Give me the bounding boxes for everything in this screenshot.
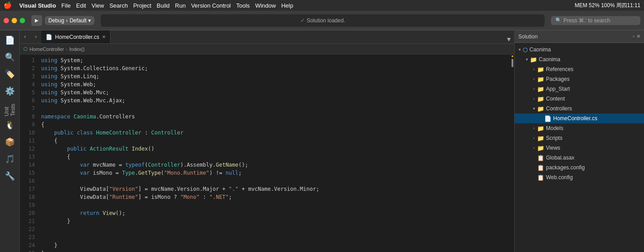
traffic-light-yellow[interactable]	[12, 18, 17, 23]
solution-tree: ▾ ⬡ Caonima ▾ 📁 Caonima › 📁 References	[515, 43, 644, 252]
breadcrumb: ⬡ HomeController › Index()	[20, 44, 514, 55]
breadcrumb-icon: ⬡	[23, 46, 28, 52]
menu-view[interactable]: View	[91, 2, 104, 9]
tree-packages[interactable]: › 📁 Packages	[515, 74, 644, 84]
tree-global-asax[interactable]: 📋 Global.asax	[515, 153, 644, 163]
tab-nav-prev[interactable]: ‹	[20, 30, 30, 43]
menu-edit[interactable]: Edit	[76, 2, 86, 9]
solution-header: Solution ▫ ✕	[515, 30, 644, 43]
solution-panel: Solution ▫ ✕ ▾ ⬡ Caonima ▾ 📁 Caonima	[514, 30, 644, 252]
menu-system-info: MEM 52% 100% 周四11:11	[575, 2, 640, 9]
code-editor[interactable]: using System; using System.Collections.G…	[38, 55, 511, 252]
tab-close-button[interactable]: ✕	[102, 34, 106, 39]
tree-views[interactable]: › 📁 Views	[515, 143, 644, 153]
folder-icon-appstart: 📁	[537, 86, 544, 92]
play-button[interactable]: ▶	[31, 15, 42, 26]
sidebar-icon-gear[interactable]: ⚙️	[2, 83, 18, 99]
close-solution-icon[interactable]: ✕	[636, 34, 640, 39]
menu-version-control[interactable]: Version Control	[191, 2, 231, 9]
tree-controllers[interactable]: ▾ 📁 Controllers	[515, 104, 644, 113]
folder-icon-models: 📁	[537, 125, 544, 132]
folder-icon-references: 📁	[537, 66, 544, 73]
tree-homecontroller[interactable]: 📄 HomeController.cs	[515, 113, 644, 123]
menu-window[interactable]: Window	[255, 2, 276, 9]
code-area[interactable]: 12345 678910 1112131415 1617181920 21222…	[20, 55, 514, 252]
global-search-bar[interactable]: 🔍 Press ⌘.' to search	[551, 16, 640, 25]
sidebar-icon-tag[interactable]: 🏷️	[2, 66, 18, 82]
code-line-22	[38, 225, 511, 233]
sidebar-icon-wrench[interactable]: 🔧	[2, 168, 18, 184]
sidebar-icon-package[interactable]: 📦	[2, 134, 18, 150]
sidebar-icon-document[interactable]: 📄	[2, 32, 18, 48]
tab-homecontroller[interactable]: 📄 HomeController.cs ✕	[41, 30, 111, 43]
tab-nav-next[interactable]: ›	[30, 30, 41, 43]
file-icon-homecontroller: 📄	[544, 115, 551, 122]
tree-appstart[interactable]: › 📁 App_Start	[515, 84, 644, 94]
tab-icon: 📄	[46, 34, 52, 40]
sidebar-icon-unit-tests[interactable]: Unit Tests	[2, 100, 18, 116]
tab-dropdown-button[interactable]: ▾	[503, 35, 514, 43]
debug-label: Debug	[48, 17, 64, 24]
menu-file[interactable]: File	[61, 2, 71, 9]
code-line-2: using System.Collections.Generic;	[38, 64, 511, 72]
menu-search[interactable]: Search	[109, 2, 128, 9]
scroll-gutter	[511, 55, 514, 252]
config-icon-packages: 📋	[537, 164, 544, 171]
menu-run[interactable]: Run	[175, 2, 186, 9]
sidebar-icon-tux[interactable]: 🐧	[2, 117, 18, 133]
tree-project-label: Caonima	[539, 56, 560, 63]
breadcrumb-class[interactable]: HomeController	[30, 46, 64, 52]
app-name: Visual Studio	[19, 2, 56, 9]
code-line-3: using System.Linq;	[38, 72, 511, 80]
tab-label: HomeController.cs	[55, 34, 99, 40]
chevron-down-icon: ▾	[88, 17, 91, 24]
check-icon: ✓	[300, 17, 305, 24]
sidebar-icon-music[interactable]: 🎵	[2, 151, 18, 167]
menu-help[interactable]: Help	[281, 2, 293, 9]
code-line-11: {	[38, 137, 511, 145]
collapse-icon[interactable]: ▫	[633, 34, 635, 39]
breadcrumb-method[interactable]: Index()	[69, 46, 85, 52]
tree-root[interactable]: ▾ ⬡ Caonima	[515, 45, 644, 55]
menu-tools[interactable]: Tools	[236, 2, 250, 9]
code-line-5: using System.Web.Mvc;	[38, 88, 511, 97]
line-numbers: 12345 678910 1112131415 1617181920 21222…	[20, 55, 38, 252]
debug-config-selector[interactable]: Debug › Default ▾	[45, 16, 94, 25]
sidebar-icon-search[interactable]: 🔍	[2, 49, 18, 65]
config-sep: ›	[66, 17, 68, 24]
tree-models[interactable]: › 📁 Models	[515, 123, 644, 133]
solution-header-icons: ▫ ✕	[633, 34, 640, 39]
tree-project[interactable]: ▾ 📁 Caonima	[515, 55, 644, 64]
menu-project[interactable]: Project	[133, 2, 151, 9]
folder-icon-views: 📁	[537, 145, 544, 151]
tree-webconfig-label: Web.config	[546, 174, 573, 181]
traffic-light-red[interactable]	[4, 18, 9, 23]
tree-web-config[interactable]: 📋 Web.config	[515, 172, 644, 182]
tree-arrow-content: ›	[531, 97, 537, 101]
tree-arrow-project: ▾	[524, 57, 530, 62]
left-icon-sidebar: 📄 🔍 🏷️ ⚙️ Unit Tests 🐧 📦 🎵 🔧	[0, 30, 20, 252]
default-label: Default	[69, 17, 86, 24]
folder-icon-controllers: 📁	[537, 105, 544, 112]
tree-packages-config[interactable]: 📋 packages.config	[515, 163, 644, 172]
tree-homecontroller-label: HomeController.cs	[553, 115, 597, 122]
tree-references[interactable]: › 📁 References	[515, 64, 644, 74]
tree-root-label: Caonima	[529, 46, 551, 53]
tree-arrow-appstart: ›	[531, 87, 537, 91]
solution-title: Solution	[518, 34, 537, 40]
code-line-7	[38, 105, 511, 113]
code-line-15: var isMono = Type.GetType("Mono.Runtime"…	[38, 169, 511, 177]
tree-content[interactable]: › 📁 Content	[515, 94, 644, 104]
tree-models-label: Models	[546, 125, 563, 131]
code-line-16	[38, 177, 511, 185]
tree-content-label: Content	[546, 96, 565, 102]
menu-build[interactable]: Build	[157, 2, 170, 9]
tree-arrow-refs: ›	[531, 67, 537, 71]
tree-scripts[interactable]: › 📁 Scripts	[515, 133, 644, 143]
tabs-bar: ‹ › 📄 HomeController.cs ✕ ▾	[20, 30, 514, 44]
folder-icon-packages: 📁	[537, 76, 544, 83]
main-area: 📄 🔍 🏷️ ⚙️ Unit Tests 🐧 📦 🎵 🔧 ‹ › 📄 HomeC…	[0, 30, 644, 252]
traffic-light-green[interactable]	[20, 18, 25, 23]
menu-items: File Edit View Search Project Build Run …	[61, 2, 293, 9]
gutter-marker-orange	[512, 55, 513, 57]
